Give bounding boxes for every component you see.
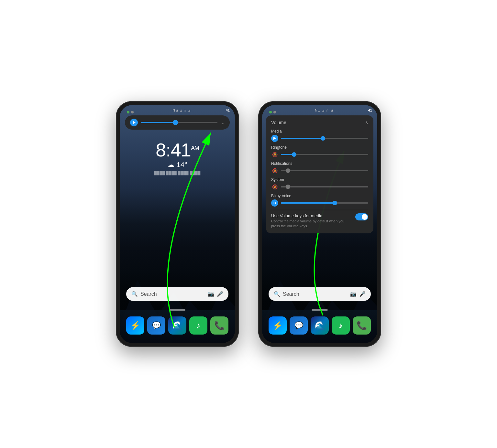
ringtone-mute-icon[interactable]: 🔕 [271, 151, 278, 158]
volume-bar-1[interactable]: ⌄ [125, 115, 230, 130]
dock-edge-1[interactable]: 🌊 [168, 316, 186, 335]
ringtone-slider[interactable] [281, 154, 368, 155]
status-bar-1: N⊿ ⊿ ☆ ⊿ 41 [120, 105, 235, 115]
bixby-label: Bixby Voice [271, 194, 368, 198]
system-row: System 🔕 [271, 177, 368, 190]
volume-footer: Use Volume keys for media Control the me… [271, 210, 368, 229]
volume-panel-title: Volume [271, 120, 286, 125]
notifications-slider[interactable] [281, 170, 368, 171]
dock-1: ⚡ 💬 🌊 ♪ 📞 [125, 313, 230, 338]
volume-footer-desc: Control the media volume by default when… [271, 219, 353, 229]
dock-phone-2[interactable]: 📞 [353, 316, 371, 335]
search-bar-1[interactable]: 🔍 Search 📷 🎤 [126, 287, 228, 301]
bixby-icon[interactable]: B [271, 199, 278, 207]
ringtone-thumb [292, 152, 296, 157]
system-fill [281, 186, 288, 187]
status-bar-2: N⊿ ⊿ ☆ ⊿ 41 [262, 105, 377, 115]
dock-messenger-2[interactable]: ⚡ [269, 316, 287, 335]
dock-spotify-1[interactable]: ♪ [189, 316, 207, 335]
volume-footer-title: Use Volume keys for media [271, 213, 353, 218]
search-icon-2: 🔍 [274, 291, 280, 297]
bixby-row: Bixby Voice B [271, 194, 368, 207]
search-text-1[interactable]: Search [140, 291, 205, 297]
system-slider[interactable] [281, 186, 368, 187]
notifications-row: Notifications 🔕 [271, 161, 368, 174]
media-fill [281, 138, 323, 139]
clock-subtitle-1: ████ ████ ████ ████ [120, 171, 235, 175]
status-center-2: N⊿ ⊿ ☆ ⊿ [315, 109, 334, 112]
home-indicator-1 [169, 309, 185, 311]
media-controls [271, 135, 368, 142]
phone-1-screen: N⊿ ⊿ ☆ ⊿ 41 ⌄ 8:41AM ☁ 14° [120, 105, 235, 343]
notifications-thumb [286, 168, 290, 173]
play-button-1[interactable] [130, 119, 138, 126]
dock-spotify-2[interactable]: ♪ [332, 316, 350, 335]
system-thumb [286, 185, 290, 189]
system-mute-icon[interactable]: 🔕 [271, 183, 278, 190]
mic-icon-2[interactable]: 🎤 [359, 291, 366, 297]
status-time-2: 41 [368, 108, 372, 112]
weather-1: ☁ 14° [120, 161, 235, 169]
media-row: Media [271, 129, 368, 142]
system-label: System [271, 177, 368, 182]
volume-footer-text: Use Volume keys for media Control the me… [271, 213, 353, 229]
bixby-controls: B [271, 199, 368, 207]
volume-panel-header: Volume ∧ [271, 120, 368, 125]
ringtone-controls: 🔕 [271, 151, 368, 158]
phone-2-frame: N⊿ ⊿ ☆ ⊿ 41 Volume ∧ Media [258, 101, 381, 347]
camera-icon-1[interactable]: 📷 [208, 291, 214, 297]
dock-messages-2[interactable]: 💬 [290, 316, 308, 335]
volume-close-btn[interactable]: ∧ [365, 120, 368, 125]
volume-keys-toggle[interactable] [355, 213, 368, 220]
home-indicator-2 [312, 309, 328, 311]
phone-2-screen: N⊿ ⊿ ☆ ⊿ 41 Volume ∧ Media [262, 105, 377, 343]
search-bar-2[interactable]: 🔍 Search 📷 🎤 [269, 287, 371, 301]
notifications-controls: 🔕 [271, 167, 368, 174]
notifications-fill [281, 170, 288, 171]
bixby-slider[interactable] [281, 202, 368, 204]
clock-widget-1: 8:41AM ☁ 14° ████ ████ ████ ████ [120, 141, 235, 175]
volume-chevron-1[interactable]: ⌄ [221, 120, 225, 125]
notifications-mute-icon[interactable]: 🔕 [271, 167, 278, 174]
search-text-2[interactable]: Search [283, 291, 348, 297]
bixby-fill [281, 202, 335, 204]
search-icon-1: 🔍 [131, 291, 138, 297]
volume-thumb-1 [173, 120, 178, 125]
page-container: N⊿ ⊿ ☆ ⊿ 41 ⌄ 8:41AM ☁ 14° [116, 101, 381, 347]
dock-messages-1[interactable]: 💬 [147, 316, 165, 335]
dock-edge-2[interactable]: 🌊 [311, 316, 329, 335]
mic-icon-1[interactable]: 🎤 [217, 291, 223, 297]
system-controls: 🔕 [271, 183, 368, 190]
notifications-label: Notifications [271, 161, 368, 166]
volume-slider-1[interactable] [141, 122, 217, 123]
dock-phone-1[interactable]: 📞 [210, 316, 228, 335]
clock-time-1: 8:41AM [120, 141, 235, 159]
volume-panel-2: Volume ∧ Media [266, 115, 373, 233]
ringtone-fill [281, 154, 294, 155]
ringtone-label: Ringtone [271, 145, 368, 150]
media-play-icon[interactable] [271, 135, 278, 142]
ringtone-row: Ringtone 🔕 [271, 145, 368, 158]
phone-1-frame: N⊿ ⊿ ☆ ⊿ 41 ⌄ 8:41AM ☁ 14° [116, 101, 239, 347]
volume-fill-1 [141, 122, 175, 123]
status-time-1: 41 [226, 108, 230, 112]
status-center-1: N⊿ ⊿ ☆ ⊿ [173, 109, 191, 112]
dock-messenger-1[interactable]: ⚡ [126, 316, 144, 335]
media-thumb [321, 136, 325, 141]
media-label: Media [271, 129, 368, 133]
dock-2: ⚡ 💬 🌊 ♪ 📞 [267, 313, 372, 338]
bixby-thumb [333, 201, 337, 205]
media-slider[interactable] [281, 138, 368, 139]
camera-icon-2[interactable]: 📷 [350, 291, 357, 297]
ampm-1: AM [191, 145, 199, 151]
